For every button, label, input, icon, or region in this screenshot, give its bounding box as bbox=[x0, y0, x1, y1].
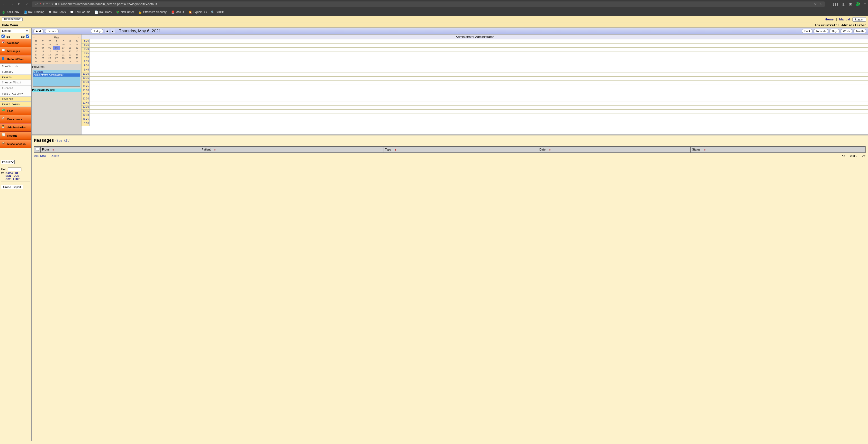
mini-cal-day[interactable]: 17 bbox=[33, 53, 39, 56]
sidebar-administration[interactable]: 👨‍💼Administration bbox=[0, 123, 31, 131]
time-slot[interactable] bbox=[90, 56, 868, 60]
mini-cal-day[interactable]: 01 bbox=[67, 43, 73, 46]
filter-any[interactable]: Any bbox=[6, 177, 11, 180]
time-slot[interactable] bbox=[90, 81, 868, 85]
theme-select[interactable]: Default bbox=[1, 29, 29, 33]
sidebar-create-visit[interactable]: Create Visit bbox=[0, 80, 31, 85]
home-icon[interactable]: ⌂ bbox=[25, 2, 29, 6]
mini-cal-day[interactable]: 01 bbox=[39, 60, 46, 63]
time-slot[interactable] bbox=[90, 43, 868, 47]
bookmark-kali-linux[interactable]: 🐉Kali Linux bbox=[2, 10, 19, 14]
see-all-link[interactable]: (See All) bbox=[55, 139, 71, 142]
mini-cal-day[interactable]: 31 bbox=[33, 60, 39, 63]
mini-cal-day[interactable]: 30 bbox=[60, 43, 67, 46]
sidebar-visit-forms[interactable]: Visit Forms bbox=[0, 102, 31, 107]
filter-dob[interactable]: DOB bbox=[13, 175, 19, 177]
mini-cal-day[interactable]: 10 bbox=[33, 50, 39, 53]
mini-cal-day[interactable]: 29 bbox=[53, 43, 60, 46]
pager-first-icon[interactable]: << bbox=[842, 154, 845, 158]
sidebar-calendar[interactable]: 📅Calendar bbox=[0, 39, 31, 47]
cal-next-icon[interactable]: ► bbox=[111, 29, 115, 33]
mini-cal-day[interactable]: 28 bbox=[46, 43, 53, 46]
reload-icon[interactable]: ⟳ bbox=[18, 2, 22, 6]
sidebar-summary[interactable]: Summary bbox=[0, 69, 31, 75]
sidebar-reports[interactable]: 📊Reports bbox=[0, 131, 31, 140]
time-slot[interactable] bbox=[90, 60, 868, 64]
reader-icon[interactable]: ▽ bbox=[814, 2, 816, 6]
mini-cal-day[interactable]: 06 bbox=[53, 46, 60, 50]
time-slot[interactable] bbox=[90, 93, 868, 97]
time-slot[interactable] bbox=[90, 105, 868, 109]
mini-cal-day[interactable]: 05 bbox=[67, 60, 73, 63]
mini-cal-day[interactable]: 04 bbox=[39, 46, 46, 50]
home-link[interactable]: Home bbox=[825, 18, 833, 21]
bookmark-msfu[interactable]: 📕MSFU bbox=[171, 10, 184, 14]
mini-cal-day[interactable]: 05 bbox=[46, 46, 53, 50]
time-slot[interactable] bbox=[90, 118, 868, 122]
filter-ssn[interactable]: SSN bbox=[6, 175, 11, 177]
back-icon[interactable]: ← bbox=[2, 2, 6, 6]
mini-cal-day[interactable]: 29 bbox=[67, 56, 73, 60]
mini-next-icon[interactable]: > bbox=[78, 36, 79, 39]
time-slot[interactable] bbox=[90, 122, 868, 126]
delete-link[interactable]: Delete bbox=[51, 154, 59, 158]
filter-filter[interactable]: Filter bbox=[13, 177, 20, 180]
mini-cal-day[interactable]: 02 bbox=[73, 43, 80, 46]
mini-cal-day[interactable]: 24 bbox=[33, 56, 39, 60]
provider-selected[interactable]: Administrator, Administrator bbox=[33, 73, 80, 76]
mini-cal-day[interactable]: 03 bbox=[53, 60, 60, 63]
library-icon[interactable]: ⫿⫿⫿ bbox=[833, 2, 838, 6]
time-slot[interactable] bbox=[90, 76, 868, 81]
sidebar-visits[interactable]: Visits bbox=[0, 75, 31, 80]
time-slot[interactable] bbox=[90, 110, 868, 114]
mini-cal-day[interactable]: 14 bbox=[60, 50, 67, 53]
url-bar[interactable]: 🛡 ⧸ 192.168.0.106/openemr/interface/main… bbox=[32, 1, 825, 7]
mini-prev-icon[interactable]: < bbox=[34, 36, 35, 39]
sidebar-icon[interactable]: ◫ bbox=[842, 2, 845, 6]
time-slot[interactable] bbox=[90, 64, 868, 68]
find-input[interactable] bbox=[8, 167, 22, 171]
online-support-button[interactable]: Online Support bbox=[1, 185, 23, 189]
col-from[interactable]: From ◆ bbox=[41, 147, 200, 153]
mini-cal-day[interactable]: 21 bbox=[60, 53, 67, 56]
col-patient[interactable]: Patient ◆ bbox=[200, 147, 383, 153]
logout-button[interactable]: Logout bbox=[852, 17, 866, 22]
mini-cal-day[interactable]: 15 bbox=[67, 50, 73, 53]
pager-last-icon[interactable]: >> bbox=[862, 154, 866, 158]
bookmark-kali-forums[interactable]: 💬Kali Forums bbox=[70, 10, 90, 14]
mini-cal-day[interactable]: 20 bbox=[53, 53, 60, 56]
cal-week-button[interactable]: Week bbox=[840, 29, 853, 33]
mini-cal-day[interactable]: 03 bbox=[33, 46, 39, 50]
mini-cal-day[interactable]: 23 bbox=[73, 53, 80, 56]
time-slot[interactable] bbox=[90, 47, 868, 52]
time-slot[interactable] bbox=[90, 101, 868, 105]
add-new-link[interactable]: Add New bbox=[34, 154, 46, 158]
time-slot[interactable] bbox=[90, 39, 868, 43]
cal-search-button[interactable]: Search bbox=[45, 29, 59, 33]
cal-today-button[interactable]: Today bbox=[91, 29, 103, 33]
bookmark-kali-docs[interactable]: 📄Kali Docs bbox=[95, 10, 112, 14]
provider-all-users[interactable]: All Users bbox=[33, 70, 80, 73]
mini-cal-day[interactable]: 18 bbox=[39, 53, 46, 56]
bookmark-exploitdb[interactable]: 💥Exploit-DB bbox=[188, 10, 207, 14]
bookmark-kali-training[interactable]: 📘Kali Training bbox=[24, 10, 44, 14]
mini-cal-day[interactable]: 19 bbox=[46, 53, 53, 56]
mini-cal-day[interactable]: 25 bbox=[39, 56, 46, 60]
select-all-checkbox[interactable] bbox=[36, 148, 39, 151]
col-status[interactable]: Status ◆ bbox=[691, 147, 866, 153]
time-slot[interactable] bbox=[90, 68, 868, 72]
cal-refresh-button[interactable]: Refresh bbox=[813, 29, 828, 33]
top-checkbox[interactable] bbox=[1, 34, 5, 38]
new-patient-button[interactable]: NEW PATIENT bbox=[2, 17, 23, 22]
bookmark-offsec[interactable]: 🔒Offensive Security bbox=[138, 10, 167, 14]
mini-cal-day[interactable]: 04 bbox=[60, 60, 67, 63]
sidebar-procedures[interactable]: 💉Procedures bbox=[0, 115, 31, 123]
time-grid[interactable]: 8:008:158:308:459:009:159:309:4510:0010:… bbox=[82, 39, 868, 134]
pclinux-label[interactable]: PCLinuxOS Medical bbox=[32, 89, 81, 92]
time-slot[interactable] bbox=[90, 97, 868, 101]
time-slot[interactable] bbox=[90, 114, 868, 118]
sidebar-visit-history[interactable]: Visit History bbox=[0, 91, 31, 97]
cal-print-button[interactable]: Print bbox=[802, 29, 813, 33]
mini-cal-day[interactable]: 08 bbox=[67, 46, 73, 50]
mini-cal-day[interactable]: 16 bbox=[73, 50, 80, 53]
